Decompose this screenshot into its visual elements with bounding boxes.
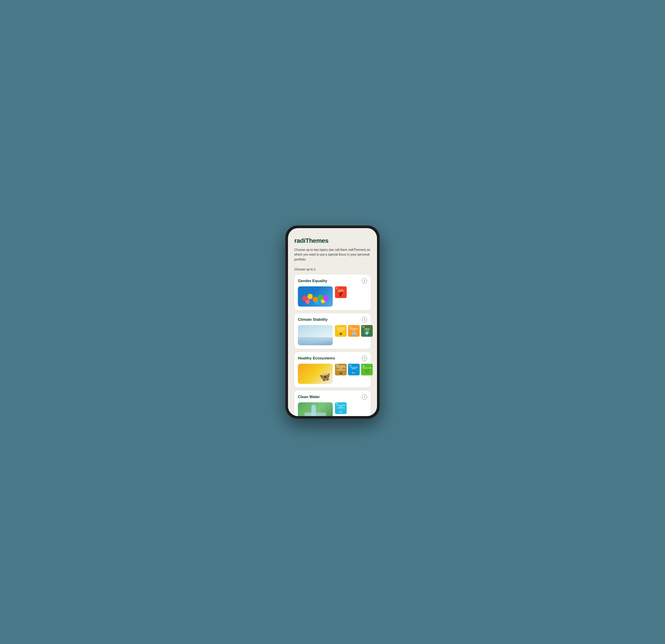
sdg-badge-5: 5 GENDER EQUALITY ⚥ xyxy=(335,286,347,298)
phone-screen: radiThemes Choose up to two topics (we c… xyxy=(288,228,377,416)
theme-title-gender-equality: Gender Equality xyxy=(298,279,327,283)
sdg-badge-13: 13 CLIMATE ACTION 🌍 xyxy=(361,325,373,337)
theme-card-healthy-ecosystems[interactable]: Healthy Ecosystems i 12 RESPONSIBLE CONS… xyxy=(294,352,371,387)
theme-image-clean-water xyxy=(298,402,333,416)
sdg-badges-gender-equality: 5 GENDER EQUALITY ⚥ xyxy=(335,286,347,298)
theme-image-healthy-ecosystems xyxy=(298,364,333,384)
page-description: Choose up to two topics (we call them ra… xyxy=(294,247,371,262)
theme-title-clean-water: Clean Water xyxy=(298,395,320,399)
theme-card-climate-stability[interactable]: Climate Stability i 7 AFFORDABLE AND CLE… xyxy=(294,313,371,349)
theme-image-climate-stability xyxy=(298,325,333,345)
info-button-climate-stability[interactable]: i xyxy=(362,317,367,322)
app-content[interactable]: radiThemes Choose up to two topics (we c… xyxy=(288,228,377,416)
sdg-badge-15: 15 LIFE ON LAND 🌿 xyxy=(361,364,373,375)
sdg-badge-12: 12 RESPONSIBLE CONSUMPTION AND PRODUCTIO… xyxy=(335,364,347,375)
theme-card-clean-water[interactable]: Clean Water i 6 CLEAN WATER AND SANITATI… xyxy=(294,391,371,416)
sdg-badge-14: 14 LIFE BELOW WATER 🐟 xyxy=(348,364,360,375)
sdg-badges-climate-stability: 7 AFFORDABLE AND CLEAN ENERGY ☀ 11 SUSTA… xyxy=(335,325,373,337)
sdg-badge-7: 7 AFFORDABLE AND CLEAN ENERGY ☀ xyxy=(335,325,347,337)
sdg-badges-healthy-ecosystems: 12 RESPONSIBLE CONSUMPTION AND PRODUCTIO… xyxy=(335,364,373,375)
theme-image-gender-equality xyxy=(298,286,333,307)
theme-title-healthy-ecosystems: Healthy Ecosystems xyxy=(298,356,335,361)
info-button-gender-equality[interactable]: i xyxy=(362,278,367,284)
info-button-clean-water[interactable]: i xyxy=(362,394,367,400)
info-button-healthy-ecosystems[interactable]: i xyxy=(362,356,367,361)
theme-card-gender-equality[interactable]: Gender Equality i 5 GENDER EQUALITY ⚥ xyxy=(294,275,371,310)
sdg-badges-clean-water: 6 CLEAN WATER AND SANITATION 💧 xyxy=(335,402,347,414)
page-title: radiThemes xyxy=(294,237,371,244)
theme-title-climate-stability: Climate Stability xyxy=(298,317,327,322)
phone-frame: radiThemes Choose up to two topics (we c… xyxy=(285,225,380,419)
sdg-badge-6: 6 CLEAN WATER AND SANITATION 💧 xyxy=(335,402,347,414)
choose-label: Choose up to 2 xyxy=(294,267,371,271)
sdg-badge-11: 11 SUSTAINABLE CITIES 🏢 xyxy=(348,325,360,337)
